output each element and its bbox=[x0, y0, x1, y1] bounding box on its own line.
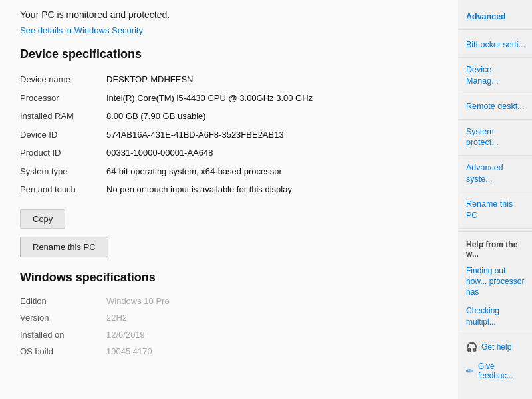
help-link-checking-multiple[interactable]: Checking multipl... bbox=[458, 301, 532, 331]
main-content: Your PC is monitored and protected. See … bbox=[0, 0, 458, 399]
win-spec-label: OS build bbox=[20, 343, 106, 360]
sidebar-item-bitlocker[interactable]: BitLocker setti... bbox=[458, 33, 532, 58]
win-spec-value: 19045.4170 bbox=[106, 343, 444, 360]
help-link-finding-out[interactable]: Finding out how... processor has bbox=[458, 261, 532, 302]
windows-specs-title: Windows specifications bbox=[20, 271, 444, 285]
spec-value: No pen or touch input is available for t… bbox=[106, 180, 444, 199]
spec-value: 64-bit operating system, x64-based proce… bbox=[106, 162, 444, 181]
icon-link-give-feedback[interactable]: ✏Give feedbac... bbox=[458, 357, 532, 385]
get-help-label: Get help bbox=[481, 342, 511, 352]
security-link[interactable]: See details in Windows Security bbox=[20, 25, 444, 35]
win-spec-label: Version bbox=[20, 309, 106, 327]
sidebar-item-system-protection[interactable]: System protect... bbox=[458, 120, 532, 156]
device-specs-title: Device specifications bbox=[20, 47, 444, 61]
advanced-label: Advanced bbox=[458, 4, 532, 27]
icon-link-get-help[interactable]: 🎧Get help bbox=[458, 337, 532, 357]
spec-row: Pen and touchNo pen or touch input is av… bbox=[20, 180, 444, 199]
sidebar-item-rename-pc[interactable]: Rename this PC bbox=[458, 192, 532, 229]
spec-value: 574AB16A-431E-41BD-A6F8-3523FBE2AB13 bbox=[106, 126, 444, 144]
spec-row: Product ID00331-10000-00001-AA648 bbox=[20, 144, 444, 162]
spec-label: Processor bbox=[20, 89, 106, 108]
sidebar-item-remote-desktop[interactable]: Remote deskt... bbox=[458, 94, 532, 120]
spec-label: Device name bbox=[20, 70, 106, 89]
give-feedback-label: Give feedbac... bbox=[478, 362, 525, 380]
spec-value: 00331-10000-00001-AA648 bbox=[106, 144, 444, 162]
spec-value: 8.00 GB (7.90 GB usable) bbox=[106, 107, 444, 126]
spec-label: Pen and touch bbox=[20, 180, 106, 199]
device-specs-table: Device nameDESKTOP-MDHFESNProcessorIntel… bbox=[20, 70, 444, 199]
win-spec-row: Installed on12/6/2019 bbox=[20, 327, 444, 344]
give-feedback-icon: ✏ bbox=[466, 366, 474, 376]
spec-value: Intel(R) Core(TM) i5-4430 CPU @ 3.00GHz … bbox=[106, 89, 444, 108]
spec-row: ProcessorIntel(R) Core(TM) i5-4430 CPU @… bbox=[20, 89, 444, 108]
sidebar-divider-2 bbox=[458, 231, 532, 232]
sidebar-item-device-manager[interactable]: Device Manag... bbox=[458, 58, 532, 94]
get-help-icon: 🎧 bbox=[466, 342, 477, 352]
win-spec-value: Windows 10 Pro bbox=[106, 293, 444, 310]
win-spec-row: Version22H2 bbox=[20, 309, 444, 327]
sidebar-divider bbox=[458, 29, 532, 30]
spec-row: System type64-bit operating system, x64-… bbox=[20, 162, 444, 181]
copy-button[interactable]: Copy bbox=[20, 209, 65, 229]
win-spec-value: 22H2 bbox=[106, 309, 444, 327]
win-spec-row: OS build19045.4170 bbox=[20, 343, 444, 360]
spec-value: DESKTOP-MDHFESN bbox=[106, 70, 444, 89]
spec-row: Installed RAM8.00 GB (7.90 GB usable) bbox=[20, 107, 444, 126]
help-title: Help from the w... bbox=[458, 235, 532, 261]
sidebar-divider-3 bbox=[458, 334, 532, 334]
win-spec-label: Edition bbox=[20, 293, 106, 310]
sidebar: Advanced BitLocker setti...Device Manag.… bbox=[458, 0, 532, 399]
spec-label: Installed RAM bbox=[20, 107, 106, 126]
windows-specs-table: EditionWindows 10 ProVersion22H2Installe… bbox=[20, 293, 444, 360]
rename-pc-button[interactable]: Rename this PC bbox=[20, 237, 108, 257]
top-notice: Your PC is monitored and protected. bbox=[20, 7, 444, 20]
win-spec-label: Installed on bbox=[20, 327, 106, 344]
win-spec-row: EditionWindows 10 Pro bbox=[20, 293, 444, 310]
spec-label: Device ID bbox=[20, 126, 106, 144]
spec-row: Device ID574AB16A-431E-41BD-A6F8-3523FBE… bbox=[20, 126, 444, 144]
sidebar-item-advanced-system[interactable]: Advanced syste... bbox=[458, 156, 532, 192]
spec-row: Device nameDESKTOP-MDHFESN bbox=[20, 70, 444, 89]
spec-label: Product ID bbox=[20, 144, 106, 162]
spec-label: System type bbox=[20, 162, 106, 181]
win-spec-value: 12/6/2019 bbox=[106, 327, 444, 344]
